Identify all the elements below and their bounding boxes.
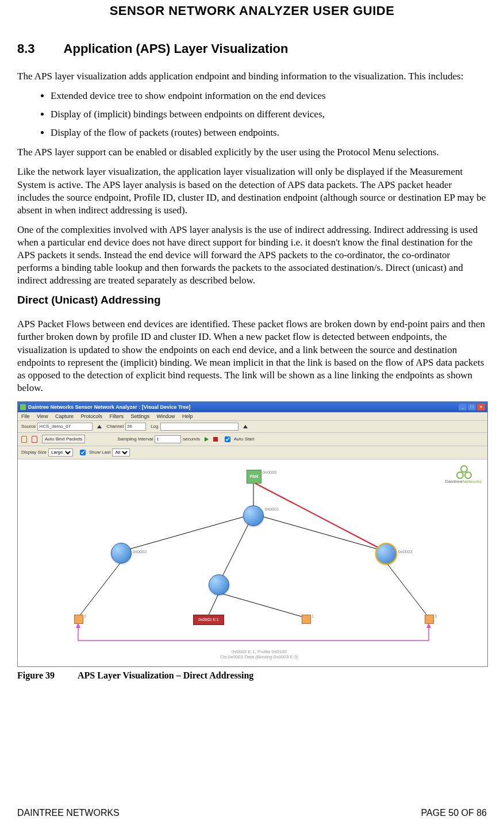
- seconds-label: seconds: [183, 436, 200, 442]
- menu-settings[interactable]: Settings: [131, 413, 150, 419]
- paragraph: The APS layer support can be enabled or …: [17, 146, 487, 159]
- svg-marker-9: [76, 623, 80, 628]
- endpoint-label: 2: [84, 614, 86, 619]
- section-heading: 8.3 Application (APS) Layer Visualizatio…: [17, 41, 487, 56]
- toolbar-row-3: Display Size Large Show Last All: [18, 446, 487, 459]
- endpoint-node[interactable]: [302, 615, 311, 624]
- display-size-select[interactable]: Large: [48, 448, 73, 457]
- svg-line-6: [386, 562, 429, 618]
- svg-line-7: [207, 593, 219, 618]
- endpoint-node[interactable]: [74, 615, 83, 624]
- bullet-list: Extended device tree to show endpoint in…: [17, 90, 487, 139]
- node-address-label: 0x0002: [133, 549, 147, 554]
- svg-line-8: [219, 593, 305, 618]
- visualization-canvas[interactable]: DaintreeNetworks: [18, 459, 487, 666]
- app-window: Daintree Networks Sensor Network Analyze…: [17, 401, 488, 667]
- bullet-item: Display of (implicit) bindings between e…: [51, 108, 487, 121]
- minimize-icon[interactable]: _: [459, 404, 467, 411]
- log-input[interactable]: [160, 423, 238, 431]
- menu-window[interactable]: Window: [157, 413, 175, 419]
- window-title: Daintree Networks Sensor Network Analyze…: [28, 404, 191, 410]
- pan-coordinator-node[interactable]: PAN: [247, 470, 261, 484]
- lock-icon[interactable]: [21, 436, 27, 443]
- sampling-label: Sampling Interval: [117, 436, 153, 442]
- endpoint-node[interactable]: [425, 615, 434, 624]
- maximize-icon[interactable]: □: [468, 404, 476, 411]
- auto-start-label: Auto Start: [234, 436, 255, 442]
- source-input[interactable]: [37, 423, 93, 431]
- menu-help[interactable]: Help: [182, 413, 193, 419]
- app-icon: [20, 404, 26, 410]
- figure-number: Figure 39: [17, 670, 55, 680]
- bullet-item: Display of the flow of packets (routes) …: [51, 126, 487, 139]
- channel-label: Channel: [106, 424, 124, 429]
- unlock-icon[interactable]: [32, 436, 37, 443]
- channel-input[interactable]: [125, 423, 146, 431]
- node-address-label: 0x0001: [265, 507, 279, 512]
- subsection-heading: Direct (Unicast) Addressing: [17, 294, 487, 306]
- play-icon[interactable]: [205, 437, 209, 442]
- menu-capture[interactable]: Capture: [55, 413, 74, 419]
- document-header: SENSOR NETWORK ANALYZER USER GUIDE: [17, 0, 487, 41]
- paragraph: Like the network layer visualization, th…: [17, 166, 487, 216]
- endpoint-label: 3: [434, 614, 437, 619]
- section-title: Application (APS) Layer Visualization: [64, 41, 288, 56]
- svg-line-1: [121, 514, 253, 551]
- svg-line-4: [253, 482, 386, 551]
- display-size-label: Display Size: [21, 450, 47, 455]
- svg-line-3: [253, 514, 386, 551]
- auto-bind-button[interactable]: Auto Bind Packets: [42, 435, 85, 443]
- sampling-input[interactable]: [155, 435, 181, 443]
- bullet-item: Extended device tree to show endpoint in…: [51, 90, 487, 102]
- router-node[interactable]: [209, 574, 229, 595]
- endpoint-label: 1: [311, 614, 314, 619]
- svg-line-5: [78, 562, 121, 618]
- page-footer: DAINTREE NETWORKS PAGE 50 OF 86: [17, 808, 487, 818]
- router-node[interactable]: [243, 505, 264, 526]
- node-address-label: 0x0003: [398, 549, 413, 554]
- figure-title: APS Layer Visualization – Direct Address…: [78, 670, 253, 680]
- toolbar-row-2: Auto Bind Packets Sampling Interval seco…: [18, 433, 487, 446]
- paragraph: APS Packet Flows between end devices are…: [17, 318, 487, 394]
- intro-paragraph: The APS layer visualization adds applica…: [17, 70, 487, 83]
- stop-icon[interactable]: [213, 437, 218, 442]
- source-label: Source: [21, 424, 36, 429]
- binding-caption: 0x0002 E:1, Profile 0x0100 Cls:0x0003 Da…: [184, 649, 334, 660]
- title-bar[interactable]: Daintree Networks Sensor Network Analyze…: [18, 402, 487, 412]
- figure-screenshot: Daintree Networks Sensor Network Analyze…: [17, 401, 487, 681]
- open-log-icon[interactable]: [243, 425, 248, 428]
- section-number: 8.3: [17, 41, 35, 56]
- footer-left: DAINTREE NETWORKS: [17, 808, 120, 818]
- svg-marker-10: [426, 623, 431, 628]
- log-label: Log: [151, 424, 158, 429]
- menu-view[interactable]: View: [37, 413, 48, 419]
- show-last-checkbox[interactable]: [80, 450, 86, 455]
- footer-right: PAGE 50 OF 86: [421, 808, 487, 818]
- paragraph: One of the complexities involved with AP…: [17, 224, 487, 287]
- toolbar-row-1: Source Channel Log: [18, 421, 487, 433]
- auto-start-checkbox[interactable]: [225, 436, 230, 442]
- close-icon[interactable]: ×: [477, 404, 485, 411]
- figure-caption: Figure 39APS Layer Visualization – Direc…: [17, 670, 487, 681]
- menu-bar: File View Capture Protocols Filters Sett…: [18, 412, 487, 421]
- menu-file[interactable]: File: [21, 413, 30, 419]
- endpoint-detail-node[interactable]: 0x0002 E:1: [193, 615, 224, 625]
- router-node-selected[interactable]: [375, 543, 397, 565]
- topology-svg: [18, 459, 487, 666]
- show-last-label: Show Last: [89, 450, 110, 455]
- show-last-select[interactable]: All: [112, 448, 130, 457]
- menu-filters[interactable]: Filters: [110, 413, 124, 419]
- node-address-label: 0x0000: [263, 470, 277, 475]
- router-node[interactable]: [111, 543, 132, 563]
- open-icon[interactable]: [97, 425, 102, 428]
- menu-protocols[interactable]: Protocols: [80, 413, 102, 419]
